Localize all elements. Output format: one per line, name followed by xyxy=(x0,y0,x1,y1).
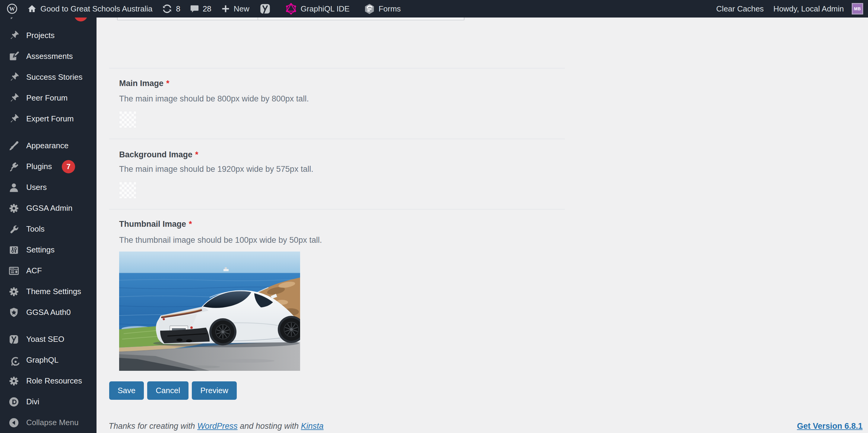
sidebar-item-acf[interactable]: ACF xyxy=(0,260,96,281)
updates-menu[interactable]: 8 xyxy=(157,0,185,18)
gravity-forms-icon xyxy=(364,3,375,14)
sidebar-item-label: Peer Forum xyxy=(26,93,67,103)
update-icon xyxy=(162,4,172,14)
yoast-seo-menu[interactable] xyxy=(254,0,276,18)
get-version-link[interactable]: Get Version 6.8.1 xyxy=(797,422,863,431)
collapse-menu-label: Collapse Menu xyxy=(26,418,79,427)
sidebar-item-label: Theme Settings xyxy=(26,287,81,296)
coastal-car-photo xyxy=(119,252,300,371)
sidebar-item-assessments[interactable]: Assessments xyxy=(0,46,96,67)
admin-footer: Thanks for creating with WordPress and h… xyxy=(108,422,863,431)
sidebar-item-yoast-seo[interactable]: Yoast SEO xyxy=(0,329,96,350)
required-asterisk: * xyxy=(166,79,169,88)
sidebar-item-settings[interactable]: Settings xyxy=(0,239,96,260)
update-count: 8 xyxy=(176,4,180,13)
sidebar-item-label: Divi xyxy=(26,397,39,406)
account-menu[interactable]: Howdy, Local Admin MB xyxy=(769,0,863,18)
field-label-thumbnail-image: Thumbnail Image* xyxy=(119,219,192,229)
sidebar-item-ggsa-admin[interactable]: GGSA Admin xyxy=(0,198,96,219)
sidebar-item-divi[interactable]: Divi xyxy=(0,391,96,412)
sidebar-group-gap xyxy=(0,129,96,135)
pushpin-icon xyxy=(8,71,20,83)
field-label-text: Thumbnail Image xyxy=(119,220,186,229)
clear-caches-label: Clear Caches xyxy=(716,4,764,13)
sidebar-item-label: Yoast SEO xyxy=(26,335,64,344)
preview-button[interactable]: Preview xyxy=(192,381,237,400)
sidebar-item-label: Assessments xyxy=(26,52,73,61)
plugins-count-badge: 7 xyxy=(62,160,75,173)
cutoff-field-bottom xyxy=(117,18,464,20)
user-icon xyxy=(8,181,20,194)
sidebar-item-label: ACF xyxy=(26,266,42,276)
shield-star-icon xyxy=(8,307,20,319)
sidebar-item-label: Projects xyxy=(26,31,55,40)
sidebar-item-theme-settings[interactable]: Theme Settings xyxy=(0,281,96,302)
empty-image-placeholder-main xyxy=(119,111,136,128)
comment-count: 28 xyxy=(203,4,211,13)
comments-menu[interactable]: 28 xyxy=(185,0,216,18)
avatar: MB xyxy=(852,3,863,15)
sidebar-item-plugins[interactable]: Plugins 7 xyxy=(0,156,96,177)
kinsta-link[interactable]: Kinsta xyxy=(301,422,323,431)
cancel-button[interactable]: Cancel xyxy=(147,381,188,400)
graphiql-label: GraphiQL IDE xyxy=(301,4,349,13)
sidebar-item-role-resources[interactable]: Role Resources xyxy=(0,371,96,391)
sidebar-item-tools[interactable]: Tools xyxy=(0,219,96,239)
pushpin-icon xyxy=(8,30,20,42)
save-button[interactable]: Save xyxy=(109,381,144,400)
site-name-menu[interactable]: Good to Great Schools Australia xyxy=(22,0,157,18)
site-name: Good to Great Schools Australia xyxy=(40,4,152,13)
form-actions: Save Cancel Preview xyxy=(109,381,237,400)
comment-icon xyxy=(190,4,199,13)
field-divider xyxy=(109,209,565,209)
wrench-icon xyxy=(8,223,20,235)
yoast-icon xyxy=(259,3,271,15)
wordpress-link[interactable]: WordPress xyxy=(197,422,238,431)
new-content-menu[interactable]: New xyxy=(216,0,254,18)
forms-menu[interactable]: Forms xyxy=(359,0,406,18)
sidebar-item-appearance[interactable]: Appearance xyxy=(0,135,96,156)
field-label-text: Background Image xyxy=(119,150,192,159)
required-asterisk: * xyxy=(195,150,198,159)
new-label: New xyxy=(234,4,249,13)
sliders-icon xyxy=(8,244,20,256)
footer-text: Thanks for creating with xyxy=(108,422,197,431)
sidebar-item-expert-forum[interactable]: Expert Forum xyxy=(0,108,96,129)
collapse-menu-button[interactable]: Collapse Menu xyxy=(0,412,96,433)
pushpin-icon xyxy=(8,92,20,104)
sidebar-group-gap xyxy=(0,323,96,329)
thumbnail-image-preview[interactable] xyxy=(119,252,300,371)
sidebar-item-label: Users xyxy=(26,183,47,192)
graphiql-ide-menu[interactable]: GraphiQL IDE xyxy=(280,0,354,18)
sidebar-item-ggsa-auth0[interactable]: GGSA Auth0 xyxy=(0,302,96,323)
sidebar-item-label: Appearance xyxy=(26,141,68,150)
graphql-curl-icon xyxy=(8,354,20,366)
sidebar-item-graphql[interactable]: GraphQL xyxy=(0,350,96,371)
edit-icon xyxy=(8,51,20,62)
field-label-background-image: Background Image* xyxy=(119,150,198,160)
field-description-background-image: The main image should be 1920px wide by … xyxy=(119,164,313,174)
gear-icon xyxy=(8,375,20,387)
brush-icon xyxy=(8,140,20,152)
plug-icon xyxy=(8,161,20,173)
sidebar-item-success-stories[interactable]: Success Stories xyxy=(0,67,96,88)
sidebar-item-peer-forum[interactable]: Peer Forum xyxy=(0,88,96,108)
wordpress-menu[interactable]: W xyxy=(0,0,22,18)
sidebar-item-label: GraphQL xyxy=(26,355,59,365)
forms-label: Forms xyxy=(378,4,401,13)
footer-thanks-text: Thanks for creating with WordPress and h… xyxy=(108,422,323,431)
wordpress-logo-icon: W xyxy=(7,3,18,14)
field-description-main-image: The main image should be 800px wide by 8… xyxy=(119,94,309,104)
sidebar-item-label: Tools xyxy=(26,224,44,234)
gear-icon xyxy=(8,202,20,214)
admin-sidebar: Comments 28 Projects Assessments Success… xyxy=(0,0,96,433)
admin-bar-right: Clear Caches Howdy, Local Admin MB xyxy=(711,0,868,18)
sidebar-item-projects[interactable]: Projects xyxy=(0,25,96,46)
main-content: Main Image* The main image should be 800… xyxy=(96,18,868,433)
clear-caches-button[interactable]: Clear Caches xyxy=(711,0,769,18)
field-label-main-image: Main Image* xyxy=(119,79,169,88)
sidebar-item-users[interactable]: Users xyxy=(0,177,96,198)
gear-icon xyxy=(8,286,20,298)
field-divider xyxy=(109,139,565,139)
sidebar-item-label: Role Resources xyxy=(26,376,82,385)
